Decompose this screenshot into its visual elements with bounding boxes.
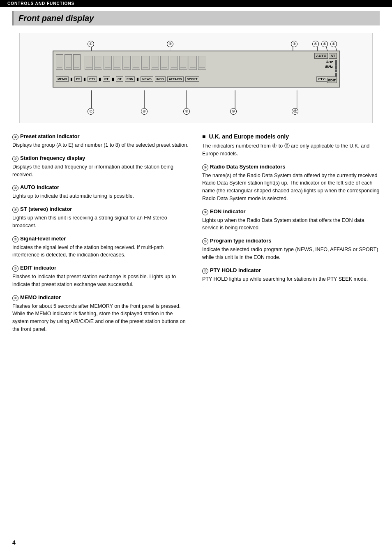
descriptions: ① Preset station indicator Displays the …	[12, 133, 380, 339]
callout-4: ④	[312, 41, 319, 47]
section-4: ④ ST (stereo) indicator Lights up when t…	[12, 206, 190, 230]
seg-char	[189, 56, 197, 70]
section-2-body: Displays the band and frequency or infor…	[12, 163, 190, 179]
lcd-top-row: AUTO ST kHzMHz EDIT	[53, 51, 339, 73]
seg-char	[198, 56, 206, 70]
section-7-body: Flashes for about 5 seconds after MEMORY…	[12, 302, 190, 333]
circle-num-10: ⑩	[202, 238, 208, 245]
ps-label: PS	[74, 76, 82, 82]
callout-11: ⑪	[292, 108, 298, 115]
st-label: ST	[329, 53, 337, 59]
seg-char	[151, 56, 159, 70]
seg-char	[73, 54, 81, 70]
lcd-segments	[56, 54, 337, 70]
section-9: ⑨ EON indicator Lights up when the Radio…	[202, 208, 380, 232]
top-bar: CONTROLS AND FUNCTIONS	[0, 0, 392, 7]
section-9-title: ⑨ EON indicator	[202, 208, 380, 215]
section-7-title: ⑦ MEMO indicator	[12, 294, 190, 301]
circle-num-9: ⑨	[202, 209, 208, 215]
section-11-title: ⑪ PTY HOLD indicator	[202, 267, 380, 274]
section-3-body: Lights up to indicate that automatic tun…	[12, 192, 190, 200]
circle-num-6: ⑥	[12, 265, 18, 272]
callout-1: ①	[88, 41, 94, 47]
circle-num-4: ④	[12, 207, 18, 213]
seg-char	[122, 56, 131, 70]
section-5-body: Indicates the signal level of the statio…	[12, 244, 190, 259]
section-3-title: ③ AUTO indicator	[12, 184, 190, 191]
circle-num-2: ②	[12, 156, 18, 162]
section-1: ① Preset station indicator Displays the …	[12, 133, 190, 149]
top-bar-label: CONTROLS AND FUNCTIONS	[7, 1, 74, 6]
seg-char	[94, 56, 102, 70]
uk-europe-header: U.K. and Europe models only	[202, 133, 380, 140]
callout-3: ③	[291, 41, 297, 47]
circle-num-7: ⑦	[12, 295, 18, 301]
affairs-label: AFFAIRS	[167, 76, 184, 82]
section-11-body: PTY HOLD lights up while searching for s…	[202, 275, 380, 283]
section-8-title: ⑧ Radio Data System indicators	[202, 164, 380, 171]
section-1-body: Displays the group (A to E) and number (…	[12, 141, 190, 149]
section-5: ⑤ Signal-level meter Indicates the signa…	[12, 235, 190, 259]
seg-char	[104, 56, 112, 70]
signal-bar-3	[335, 69, 337, 72]
lcd-bottom-row: MEMO ▮ PS ▮ PTY ▮ RT ▮ CT EON ▮ NEWS INF…	[53, 73, 339, 85]
sport-label: SPORT	[185, 76, 199, 82]
seg-char	[141, 56, 150, 70]
signal-bar-4	[335, 65, 337, 69]
section-8-body: The name(s) of the Radio Data System dat…	[202, 172, 380, 203]
seg-char	[132, 56, 140, 70]
circle-num-11: ⑪	[202, 268, 208, 274]
section-7: ⑦ MEMO indicator Flashes for about 5 sec…	[12, 294, 190, 333]
seg-char	[113, 56, 121, 70]
uk-europe-section: U.K. and Europe models only The indicato…	[202, 133, 380, 158]
edit-label: EDIT	[327, 78, 337, 83]
section-10-body: Indicate the selected radio program type…	[202, 246, 380, 261]
circle-num-5: ⑤	[12, 236, 18, 242]
section-4-title: ④ ST (stereo) indicator	[12, 206, 190, 213]
section-6-title: ⑥ EDIT indicator	[12, 265, 190, 272]
khz-mhz-label: kHzMHz	[325, 60, 333, 69]
seg-char	[56, 54, 63, 70]
page-container: Front panel display ① ② ③ ④ ⑤ ⑥ ⑦ ⑧ ⑨ ⑩	[0, 7, 392, 351]
section-11: ⑪ PTY HOLD indicator PTY HOLD lights up …	[202, 267, 380, 283]
circle-num-8: ⑧	[202, 164, 208, 171]
section-10: ⑩ Program type indicators Indicate the s…	[202, 238, 380, 261]
signal-bar-2	[335, 73, 337, 75]
section-5-title: ⑤ Signal-level meter	[12, 235, 190, 242]
col-right: U.K. and Europe models only The indicato…	[202, 133, 380, 339]
section-8: ⑧ Radio Data System indicators The name(…	[202, 164, 380, 203]
info-label: INFO	[155, 76, 166, 82]
circle-num-3: ③	[12, 185, 18, 191]
callout-8: ⑧	[141, 108, 148, 115]
auto-st-row: AUTO ST	[314, 53, 337, 59]
section-6-body: Flashes to indicate that preset station …	[12, 273, 190, 289]
eon-label: EON	[125, 76, 135, 82]
callout-5: ⑤	[321, 41, 328, 47]
callout-2: ②	[167, 41, 173, 47]
display-diagram: ① ② ③ ④ ⑤ ⑥ ⑦ ⑧ ⑨ ⑩ ⑪	[19, 33, 373, 123]
signal-bar-5	[335, 60, 337, 65]
callout-9: ⑨	[183, 108, 190, 115]
pty-label: PTY	[88, 76, 97, 82]
section-2-title: ② Station frequency display	[12, 155, 190, 162]
seg-char	[179, 56, 187, 70]
ct-label: CT	[116, 76, 123, 82]
uk-europe-body: The indicators numbered from ⑧ to ⑪ are …	[202, 142, 380, 158]
signal-level-bars	[335, 60, 337, 76]
rt-label: RT	[103, 76, 110, 82]
col-left: ① Preset station indicator Displays the …	[12, 133, 190, 339]
section-2: ② Station frequency display Displays the…	[12, 155, 190, 179]
callout-6: ⑥	[330, 41, 337, 47]
seg-char	[65, 54, 72, 70]
seg-char	[160, 56, 168, 70]
auto-label: AUTO	[314, 53, 328, 59]
memo-label: MEMO	[56, 76, 69, 82]
seg-char	[170, 56, 178, 70]
page-title: Front panel display	[12, 11, 380, 25]
callout-7: ⑦	[88, 108, 94, 115]
callout-10: ⑩	[230, 108, 237, 115]
section-3: ③ AUTO indicator Lights up to indicate t…	[12, 184, 190, 200]
section-9-body: Lights up when the Radio Data System sta…	[202, 217, 380, 232]
section-4-body: Lights up when this unit is receiving a …	[12, 214, 190, 230]
circle-num-1: ①	[12, 134, 18, 140]
